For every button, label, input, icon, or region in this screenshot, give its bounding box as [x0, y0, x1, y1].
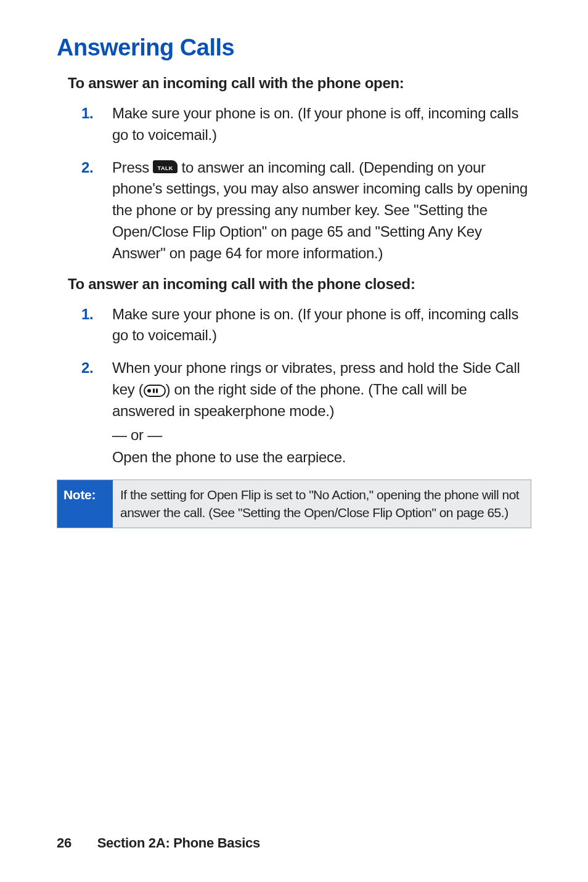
step-number: 1.: [81, 103, 112, 125]
steps-phone-open: 1. Make sure your phone is on. (If your …: [57, 103, 531, 264]
section-label: Section 2A: Phone Basics: [97, 835, 260, 851]
step-text: Press to answer an incoming call. (Depen…: [112, 157, 531, 264]
list-item: 1. Make sure your phone is on. (If your …: [81, 304, 531, 347]
list-item: 1. Make sure your phone is on. (If your …: [81, 103, 531, 146]
step-number: 1.: [81, 304, 112, 325]
page-number: 26: [57, 835, 71, 851]
page-title: Answering Calls: [57, 35, 531, 61]
step-text: When your phone rings or vibrates, press…: [112, 357, 531, 468]
step-number: 2.: [81, 157, 112, 179]
step-text: Make sure your phone is on. (If your pho…: [112, 304, 531, 347]
talk-key-icon: [153, 160, 178, 173]
or-separator: — or —: [112, 425, 531, 446]
subhead-phone-closed: To answer an incoming call with the phon…: [68, 276, 531, 293]
step-text: Make sure your phone is on. (If your pho…: [112, 103, 531, 146]
note-box: Note: If the setting for Open Flip is se…: [57, 480, 531, 528]
note-label: Note:: [57, 480, 113, 528]
list-item: 2. When your phone rings or vibrates, pr…: [81, 357, 531, 468]
steps-phone-closed: 1. Make sure your phone is on. (If your …: [57, 304, 531, 469]
side-call-key-icon: [144, 385, 166, 397]
step-text-post: ) on the right side of the phone. (The c…: [112, 381, 467, 419]
step-text-pre: Press: [112, 159, 153, 176]
page-footer: 26 Section 2A: Phone Basics: [57, 835, 260, 851]
step-text-after: Open the phone to use the earpiece.: [112, 447, 531, 468]
subhead-phone-open: To answer an incoming call with the phon…: [68, 75, 531, 92]
list-item: 2. Press to answer an incoming call. (De…: [81, 157, 531, 264]
note-body: If the setting for Open Flip is set to "…: [113, 480, 531, 528]
step-number: 2.: [81, 357, 112, 379]
